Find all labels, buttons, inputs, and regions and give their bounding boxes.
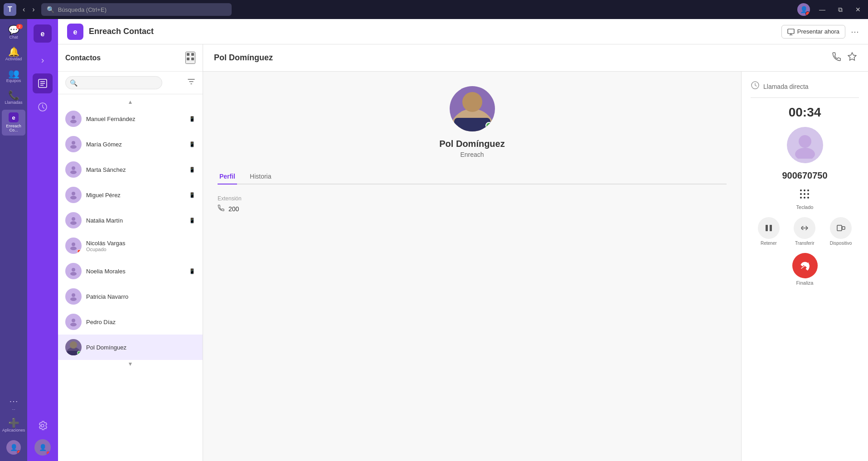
sidebar-item-activity[interactable]: 🔔 Actividad [2,44,25,64]
sidebar-item-enreach[interactable]: e Enreach Co... [2,110,25,136]
svg-point-48 [804,197,805,199]
contact-name: Nicolás Vargas [86,240,195,247]
svg-rect-37 [454,118,490,131]
transferir-icon [794,217,815,239]
retener-button[interactable]: Retener [758,217,780,246]
activity-label: Actividad [5,57,22,62]
svg-text:e: e [41,30,45,38]
contact-info-marta: Marta Sánchez [86,166,184,173]
filter-button[interactable] [187,78,195,88]
transferir-label: Transferir [795,241,814,246]
contact-list: ▲ Manuel Fernández 📱 [58,94,203,461]
detail-header: Pol Domínguez [203,44,868,72]
extension-number: 200 [228,205,239,213]
svg-point-44 [800,193,802,195]
activity-icon: 🔔 [8,47,19,56]
contact-avatar-miguel [65,187,82,203]
svg-point-40 [795,148,815,159]
contact-item-nicolas[interactable]: Nicolás Vargas Ocupado [58,233,203,258]
more-icon: ⋯ [9,397,18,406]
sidebar-item-apps[interactable]: ➕ Aplicaciones [2,416,25,436]
contact-avatar-pol [65,339,82,355]
enreach-nav-settings[interactable] [33,416,53,436]
present-button[interactable]: Presentar ahora [781,25,845,39]
contact-item-natalia[interactable]: Natalia Martín 📱 [58,208,203,233]
profile-fields: Extensión 200 [218,195,727,220]
contact-avatar-nicolas [65,238,82,254]
chat-label: Chat [9,35,18,40]
call-header-label: Llamada directa [763,83,809,90]
end-call-button[interactable]: Finaliza [792,253,818,286]
call-action-button[interactable] [832,52,842,64]
enreach-sidebar: e › 👤 [27,19,58,461]
app-header: e Enreach Contact Presentar ahora ⋯ [58,19,868,44]
app-more-button[interactable]: ⋯ [851,27,859,37]
minimize-button[interactable]: — [815,5,829,14]
apps-label: Aplicaciones [2,428,25,433]
svg-point-27 [70,272,77,276]
nav-forward[interactable]: › [29,4,37,15]
contact-detail: Pol Domínguez [203,44,868,461]
star-action-button[interactable] [847,52,857,64]
contact-info-manuel: Manuel Fernández [86,116,184,122]
contact-avatar-noelia [65,263,82,279]
svg-point-23 [70,221,77,225]
profile-status-available [485,122,493,129]
user-avatar[interactable]: 👤 [797,3,810,16]
title-bar-left: T ‹ › 🔍 Búsqueda (Ctrl+E) [4,3,232,16]
status-available [77,351,81,355]
contact-name: Manuel Fernández [86,116,184,122]
contact-avatar-marta [65,161,82,178]
call-controls: Retener Transferir [751,217,859,246]
svg-point-36 [462,92,482,112]
transferir-button[interactable]: Transferir [794,217,815,246]
extension-label: Extensión [218,195,727,202]
profile-avatar [450,86,495,131]
grid-view-button[interactable] [185,52,195,64]
svg-point-42 [804,189,805,191]
svg-point-30 [72,319,75,322]
call-number: 900670750 [751,170,859,181]
sidebar-item-teams[interactable]: 👥 Equipos [2,66,25,86]
svg-point-26 [72,268,75,272]
svg-point-39 [799,135,811,148]
contact-item-manuel[interactable]: Manuel Fernández 📱 [58,106,203,131]
contact-item-pol[interactable]: Pol Domínguez [58,335,203,360]
contact-item-marta[interactable]: Marta Sánchez 📱 [58,157,203,182]
tab-perfil[interactable]: Perfil [218,169,237,184]
apps-icon: ➕ [8,418,19,427]
contacts-search-input[interactable] [65,76,162,89]
enreach-nav-expand[interactable]: › [33,50,53,70]
restore-button[interactable]: ⧉ [834,5,846,15]
contact-info-natalia: Natalia Martín [86,217,184,224]
contact-item-pedro[interactable]: Pedro Díaz [58,309,203,335]
phone-icon: 📱 [189,268,195,274]
enreach-user-avatar[interactable]: 👤 [34,439,51,456]
keypad-button[interactable]: Teclado [796,188,814,210]
close-button[interactable]: ✕ [852,5,864,14]
app-body: 💬 2 Chat 🔔 Actividad 👥 Equipos 📞 Llamada… [0,19,868,461]
contact-avatar-maria [65,136,82,152]
sidebar-item-calls[interactable]: 📞 Llamadas [2,88,25,108]
contact-item-maria[interactable]: María Gómez 📱 [58,131,203,157]
sidebar-item-more[interactable]: ⋯ ... [2,394,25,414]
nav-bottom: ⋯ ... ➕ Aplicaciones 👤 [2,394,25,457]
enreach-nav-status[interactable] [33,97,53,117]
search-bar[interactable]: 🔍 Búsqueda (Ctrl+E) [41,3,232,16]
svg-point-17 [70,145,77,149]
enreach-nav-contacts[interactable] [33,73,53,93]
contact-item-miguel[interactable]: Miguel Pérez 📱 [58,182,203,208]
sidebar-user-avatar[interactable]: 👤 [2,437,25,457]
nav-back[interactable]: ‹ [20,4,28,15]
svg-rect-9 [788,29,794,34]
contact-item-noelia[interactable]: Noelia Morales 📱 [58,258,203,284]
sidebar-item-chat[interactable]: 💬 2 Chat [2,23,25,43]
dispositivo-button[interactable]: Dispositivo [830,217,852,246]
contact-name: Miguel Pérez [86,192,184,199]
contact-item-patricia[interactable]: Patricia Navarro [58,284,203,309]
teams-sidebar: 💬 2 Chat 🔔 Actividad 👥 Equipos 📞 Llamada… [0,19,27,461]
tab-historia[interactable]: Historia [248,169,273,184]
svg-point-25 [70,247,77,250]
svg-point-24 [72,243,75,246]
svg-point-14 [72,116,75,119]
